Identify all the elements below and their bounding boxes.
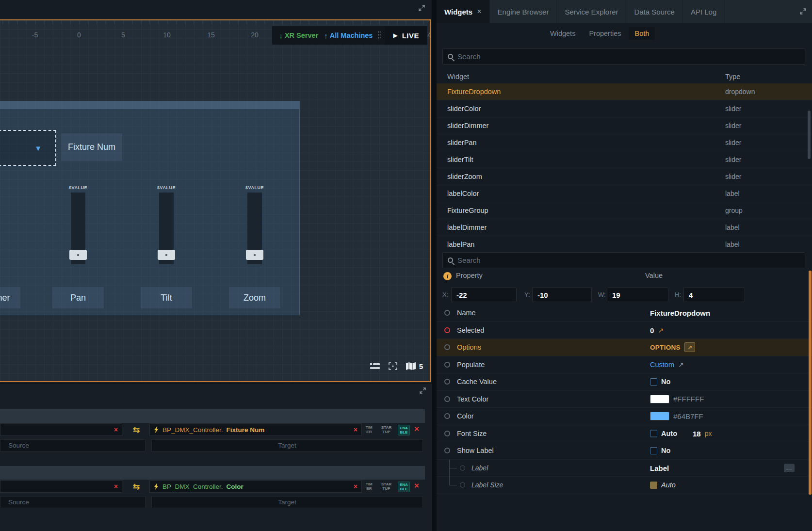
label-size-checkbox[interactable]: [650, 482, 657, 489]
slider-track[interactable]: [159, 193, 174, 264]
property-row-label[interactable]: Label Label ...: [437, 460, 812, 477]
startup-toggle[interactable]: STAR TUP: [381, 482, 391, 491]
open-link-icon[interactable]: ↗: [678, 361, 684, 369]
property-row-show-label[interactable]: Show Label No: [437, 442, 812, 460]
drag-handle-icon[interactable]: [377, 31, 381, 40]
open-options-icon[interactable]: ↗: [684, 342, 695, 352]
source-input[interactable]: Source: [0, 439, 146, 451]
table-row[interactable]: labelPanlabel: [437, 236, 812, 252]
property-row-text-color[interactable]: Text Color #FFFFFF: [437, 391, 812, 408]
selected-value[interactable]: 0: [650, 326, 654, 334]
fit-view-icon[interactable]: [389, 362, 397, 370]
delete-binding-icon[interactable]: ×: [414, 424, 419, 434]
binding-target-chip[interactable]: BP_DMX_Controller.Color ×: [149, 480, 362, 493]
label-widget-zoom[interactable]: Zoom: [229, 287, 280, 308]
bind-ring-icon[interactable]: [444, 310, 450, 316]
cache-checkbox[interactable]: [650, 378, 657, 386]
table-row[interactable]: labelDimmerlabel: [437, 219, 812, 236]
table-row[interactable]: sliderTiltslider: [437, 151, 812, 168]
toggle-properties[interactable]: Properties: [583, 27, 627, 40]
property-row-cache-value[interactable]: Cache Value No: [437, 373, 812, 391]
property-row-populate[interactable]: Populate Custom ↗: [437, 356, 812, 374]
populate-value[interactable]: Custom: [650, 361, 674, 369]
bind-ring-icon[interactable]: [444, 431, 450, 436]
binding-group-header[interactable]: [0, 409, 425, 423]
live-button[interactable]: ▶ LIVE: [385, 26, 427, 45]
dock-icon[interactable]: [370, 363, 380, 370]
table-row[interactable]: sliderColorslider: [437, 100, 812, 117]
text-color-hex[interactable]: #FFFFFF: [673, 395, 704, 403]
x-field[interactable]: -22: [451, 288, 517, 302]
bind-ring-icon[interactable]: [444, 413, 450, 419]
bind-ring-icon[interactable]: [460, 465, 465, 470]
y-field[interactable]: -10: [532, 288, 592, 302]
remove-icon[interactable]: ×: [354, 426, 357, 434]
property-row-font-size[interactable]: Font Size Auto 18 px: [437, 425, 812, 443]
property-row-options[interactable]: Options OPTIONS ↗: [437, 339, 812, 356]
text-color-swatch[interactable]: [650, 395, 669, 403]
binding-source-chip[interactable]: ×: [0, 423, 122, 436]
bind-ring-icon[interactable]: [444, 396, 450, 402]
binding-source-chip[interactable]: ×: [0, 480, 122, 493]
binding-group-header[interactable]: [0, 466, 425, 480]
remove-icon[interactable]: ×: [114, 426, 118, 434]
font-size-value[interactable]: 18: [693, 429, 701, 437]
close-icon[interactable]: ×: [477, 7, 481, 16]
xr-server-status[interactable]: XR Server: [285, 32, 318, 39]
toggle-widgets[interactable]: Widgets: [544, 27, 581, 40]
remove-icon[interactable]: ×: [354, 483, 357, 490]
font-auto-checkbox[interactable]: [650, 430, 657, 437]
property-row-label-size[interactable]: Label Size Auto: [437, 477, 812, 494]
table-row[interactable]: sliderPanslider: [437, 134, 812, 151]
label-widget-dimmer-clipped[interactable]: Dimmer: [0, 287, 20, 308]
slider-track[interactable]: [71, 193, 85, 264]
property-search-input[interactable]: Search: [442, 252, 805, 268]
label-widget-fixture-num[interactable]: Fixture Num: [61, 133, 122, 161]
table-row[interactable]: FixtureDropdowndropdown: [437, 83, 812, 100]
color-swatch[interactable]: [650, 412, 669, 420]
tab-widgets[interactable]: Widgets ×: [437, 0, 490, 23]
open-link-icon[interactable]: ↗: [658, 326, 664, 334]
target-input[interactable]: Target: [151, 439, 423, 451]
property-row-color[interactable]: Color #64B7FF: [437, 408, 812, 425]
table-row[interactable]: labelColorlabel: [437, 185, 812, 202]
expand-panel-icon[interactable]: [800, 8, 806, 16]
show-label-checkbox[interactable]: [650, 447, 657, 454]
slider-handle[interactable]: [246, 250, 263, 260]
delete-binding-icon[interactable]: ×: [414, 481, 419, 491]
swap-direction-icon[interactable]: ⇆: [128, 480, 145, 493]
bind-ring-icon[interactable]: [444, 344, 450, 350]
slider-track[interactable]: [247, 193, 262, 264]
timer-toggle[interactable]: TIM ER: [366, 482, 373, 491]
enable-toggle[interactable]: ENA BLE: [398, 425, 410, 435]
all-machines-status[interactable]: All Machines: [330, 32, 373, 39]
label-widget-tilt[interactable]: Tilt: [141, 287, 192, 308]
startup-toggle[interactable]: STAR TUP: [381, 425, 391, 434]
options-value[interactable]: OPTIONS: [650, 344, 681, 351]
target-input[interactable]: Target: [151, 496, 423, 508]
tab-data-source[interactable]: Data Source: [626, 0, 682, 23]
table-row[interactable]: FixtureGroupgroup: [437, 202, 812, 219]
scrollbar-thumb[interactable]: [809, 271, 812, 495]
info-icon[interactable]: i: [443, 272, 452, 280]
map-icon[interactable]: 5: [406, 362, 423, 370]
timer-toggle[interactable]: TIM ER: [366, 425, 373, 434]
property-row-selected[interactable]: Selected 0 ↗: [437, 322, 812, 339]
swap-direction-icon[interactable]: ⇆: [128, 423, 145, 436]
binding-target-chip[interactable]: BP_DMX_Controller.Fixture Num ×: [149, 423, 362, 436]
label-value[interactable]: Label: [650, 464, 669, 472]
property-row-name[interactable]: Name FixtureDropdown: [437, 305, 812, 322]
scrollbar-thumb[interactable]: [808, 111, 811, 159]
table-row[interactable]: sliderDimmerslider: [437, 117, 812, 134]
bind-ring-icon[interactable]: [460, 483, 465, 488]
bind-ring-icon[interactable]: [444, 362, 450, 368]
bind-ring-icon[interactable]: [444, 379, 450, 385]
table-row[interactable]: sliderZoomslider: [437, 168, 812, 185]
more-button[interactable]: ...: [784, 464, 795, 472]
dropdown-widget-selected[interactable]: ▼: [0, 130, 56, 166]
bind-ring-icon[interactable]: [444, 448, 450, 453]
h-field[interactable]: 4: [683, 288, 745, 302]
bind-ring-active-icon[interactable]: [444, 327, 450, 333]
tab-engine-browser[interactable]: Engine Browser: [490, 0, 557, 23]
remove-icon[interactable]: ×: [114, 483, 118, 490]
